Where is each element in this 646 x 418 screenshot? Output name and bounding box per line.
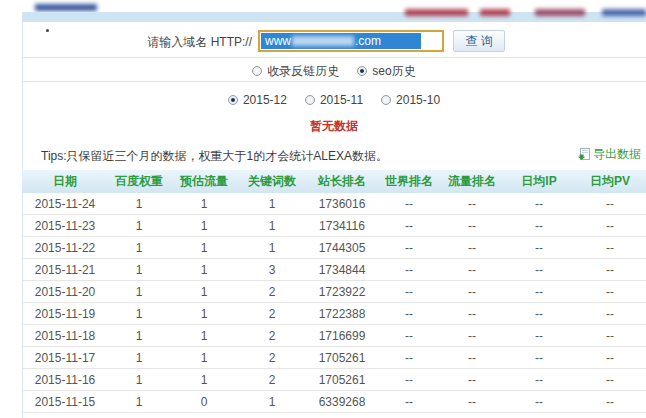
table-cell: 2	[238, 281, 306, 303]
empty-data-message: 暂无数据	[22, 118, 646, 135]
table-row: 2015-11-221111744305--------	[22, 237, 646, 259]
redacted-nav-link	[535, 9, 585, 16]
table-cell: 1	[238, 237, 306, 259]
table-cell: --	[574, 281, 646, 303]
history-type-options: 收录反链历史seo历史	[22, 62, 646, 80]
radio-unselected-icon[interactable]	[381, 95, 391, 105]
table-cell: --	[504, 325, 574, 347]
export-link[interactable]: 导出数据	[578, 146, 646, 163]
table-cell: --	[574, 347, 646, 369]
table-cell: 2	[238, 347, 306, 369]
table-cell: 1	[108, 237, 170, 259]
table-cell: 2015-11-17	[22, 347, 108, 369]
table-row: 2015-11-201121723922--------	[22, 281, 646, 303]
table-cell: 2015-11-23	[22, 215, 108, 237]
table-cell: --	[378, 369, 440, 391]
table-cell: 1	[108, 391, 170, 413]
table-cell: --	[574, 237, 646, 259]
table-cell: 1	[170, 215, 238, 237]
table-cell: --	[504, 215, 574, 237]
table-cell: --	[504, 347, 574, 369]
table-cell: 1	[108, 303, 170, 325]
table-cell: 1705261	[306, 369, 378, 391]
divider	[23, 81, 646, 82]
table-cell: --	[574, 303, 646, 325]
bullet-dot	[46, 29, 49, 32]
radio-option-2015-10[interactable]: 2015-10	[381, 93, 440, 107]
table-cell: 1	[108, 193, 170, 215]
radio-unselected-icon[interactable]	[252, 66, 262, 76]
radio-option-label: 2015-10	[396, 93, 440, 107]
table-header-row: 日期百度权重预估流量关键词数站长排名世界排名流量排名日均IP日均PV	[22, 170, 646, 193]
table-cell: 2	[238, 369, 306, 391]
domain-input[interactable]: www.com	[258, 30, 444, 52]
radio-option-seo历史[interactable]: seo历史	[357, 63, 415, 80]
table-cell: 1734844	[306, 259, 378, 281]
table-cell: --	[378, 347, 440, 369]
export-icon	[578, 148, 591, 162]
table-cell: 1	[238, 391, 306, 413]
redacted-nav-link	[405, 9, 468, 16]
table-cell: 0	[170, 391, 238, 413]
table-cell: --	[440, 303, 504, 325]
radio-selected-icon[interactable]	[228, 95, 238, 105]
table-cell: --	[440, 281, 504, 303]
table-cell: --	[440, 259, 504, 281]
table-cell: 1	[170, 259, 238, 281]
table-cell: --	[440, 391, 504, 413]
table-cell: 1	[170, 347, 238, 369]
table-cell: 1	[170, 303, 238, 325]
table-cell: 2015-11-15	[22, 391, 108, 413]
table-cell: 2015-11-21	[22, 259, 108, 281]
table-cell: 1	[170, 369, 238, 391]
table-cell: 2015-11-22	[22, 237, 108, 259]
table-cell: --	[378, 193, 440, 215]
table-row: 2015-11-241111736016--------	[22, 193, 646, 215]
table-cell: --	[574, 391, 646, 413]
table-cell: 2015-11-18	[22, 325, 108, 347]
radio-option-收录反链历史[interactable]: 收录反链历史	[252, 63, 339, 80]
table-cell: 1	[170, 281, 238, 303]
table-cell: 1	[108, 369, 170, 391]
table-row: 2015-11-181121716699--------	[22, 325, 646, 347]
table-cell: 1716699	[306, 325, 378, 347]
table-cell: --	[504, 369, 574, 391]
table-cell: --	[504, 237, 574, 259]
table-cell: --	[440, 325, 504, 347]
table-row: 2015-11-171121705261--------	[22, 347, 646, 369]
table-cell: 1	[170, 237, 238, 259]
table-row: 2015-11-151016339268--------	[22, 391, 646, 413]
radio-unselected-icon[interactable]	[305, 95, 315, 105]
column-header: 流量排名	[440, 170, 504, 193]
table-row: 2015-11-231111734116--------	[22, 215, 646, 237]
radio-option-label: seo历史	[372, 63, 415, 80]
table-cell: 2	[238, 303, 306, 325]
redacted-nav-text	[35, 4, 97, 11]
column-header: 日均IP	[504, 170, 574, 193]
query-button[interactable]: 查 询	[453, 30, 505, 52]
column-header: 日均PV	[574, 170, 646, 193]
table-row: 2015-11-191121722388--------	[22, 303, 646, 325]
table-cell: --	[440, 215, 504, 237]
divider	[23, 57, 646, 58]
radio-option-2015-12[interactable]: 2015-12	[228, 93, 287, 107]
table-cell: --	[378, 303, 440, 325]
table-row: 2015-11-161121705261--------	[22, 369, 646, 391]
table-cell: --	[440, 369, 504, 391]
column-header: 百度权重	[108, 170, 170, 193]
table-cell: 1	[108, 281, 170, 303]
table-cell: --	[574, 325, 646, 347]
table-cell: --	[574, 369, 646, 391]
radio-option-2015-11[interactable]: 2015-11	[305, 93, 363, 107]
table-cell: --	[504, 281, 574, 303]
radio-selected-icon[interactable]	[357, 66, 367, 76]
redacted-nav-link	[602, 9, 646, 16]
radio-option-label: 收录反链历史	[267, 63, 339, 80]
table-cell: --	[504, 193, 574, 215]
table-cell: --	[574, 193, 646, 215]
table-row: 2015-11-211131734844--------	[22, 259, 646, 281]
domain-prefix: www	[265, 34, 291, 48]
radio-option-label: 2015-11	[320, 93, 363, 107]
table-cell: 1	[238, 215, 306, 237]
table-cell: --	[504, 303, 574, 325]
